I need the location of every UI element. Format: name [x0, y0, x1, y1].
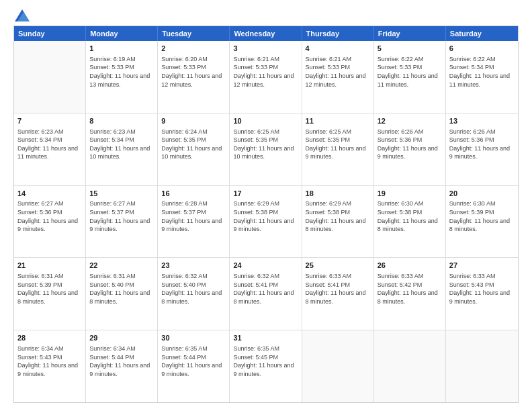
- calendar-body: 1Sunrise: 6:19 AMSunset: 5:33 PMDaylight…: [14, 41, 518, 402]
- day-number: 16: [161, 189, 226, 199]
- day-cell-23: 23Sunrise: 6:32 AMSunset: 5:40 PMDayligh…: [158, 258, 230, 330]
- header-day-sunday: Sunday: [14, 26, 86, 41]
- day-number: 15: [89, 189, 154, 199]
- day-info: Sunrise: 6:30 AMSunset: 5:38 PMDaylight:…: [378, 199, 442, 233]
- day-number: 18: [306, 189, 370, 199]
- day-cell-3: 3Sunrise: 6:21 AMSunset: 5:33 PMDaylight…: [230, 41, 302, 113]
- header: [13, 11, 519, 19]
- day-cell-14: 14Sunrise: 6:27 AMSunset: 5:36 PMDayligh…: [14, 186, 86, 258]
- day-info: Sunrise: 6:32 AMSunset: 5:40 PMDaylight:…: [161, 272, 226, 306]
- day-info: Sunrise: 6:19 AMSunset: 5:33 PMDaylight:…: [89, 55, 154, 89]
- day-number: 28: [17, 333, 82, 343]
- day-info: Sunrise: 6:30 AMSunset: 5:39 PMDaylight:…: [449, 199, 515, 233]
- day-info: Sunrise: 6:31 AMSunset: 5:40 PMDaylight:…: [89, 272, 154, 306]
- day-number: 17: [233, 189, 298, 199]
- header-day-thursday: Thursday: [302, 26, 374, 41]
- day-cell-28: 28Sunrise: 6:34 AMSunset: 5:43 PMDayligh…: [14, 330, 86, 402]
- day-number: 19: [378, 189, 442, 199]
- day-number: 24: [233, 261, 298, 271]
- day-info: Sunrise: 6:21 AMSunset: 5:33 PMDaylight:…: [306, 55, 370, 89]
- day-cell-19: 19Sunrise: 6:30 AMSunset: 5:38 PMDayligh…: [374, 186, 446, 258]
- day-info: Sunrise: 6:29 AMSunset: 5:38 PMDaylight:…: [233, 199, 298, 233]
- empty-cell: [446, 330, 518, 402]
- day-info: Sunrise: 6:29 AMSunset: 5:38 PMDaylight:…: [306, 199, 370, 233]
- day-cell-18: 18Sunrise: 6:29 AMSunset: 5:38 PMDayligh…: [302, 186, 374, 258]
- day-cell-27: 27Sunrise: 6:33 AMSunset: 5:43 PMDayligh…: [446, 258, 518, 330]
- day-cell-4: 4Sunrise: 6:21 AMSunset: 5:33 PMDaylight…: [302, 41, 374, 113]
- day-number: 5: [378, 44, 442, 54]
- day-info: Sunrise: 6:33 AMSunset: 5:43 PMDaylight:…: [449, 272, 515, 306]
- logo-icon: [15, 9, 30, 21]
- day-cell-7: 7Sunrise: 6:23 AMSunset: 5:34 PMDaylight…: [14, 113, 86, 185]
- day-info: Sunrise: 6:35 AMSunset: 5:45 PMDaylight:…: [233, 345, 298, 378]
- day-number: 21: [17, 261, 82, 271]
- day-cell-13: 13Sunrise: 6:26 AMSunset: 5:36 PMDayligh…: [446, 113, 518, 185]
- day-info: Sunrise: 6:20 AMSunset: 5:33 PMDaylight:…: [161, 55, 226, 89]
- day-number: 7: [17, 116, 82, 126]
- day-number: 31: [233, 333, 298, 343]
- day-number: 26: [378, 261, 442, 271]
- day-cell-20: 20Sunrise: 6:30 AMSunset: 5:39 PMDayligh…: [446, 186, 518, 258]
- header-day-friday: Friday: [374, 26, 446, 41]
- day-number: 22: [89, 261, 154, 271]
- day-cell-11: 11Sunrise: 6:25 AMSunset: 5:35 PMDayligh…: [302, 113, 374, 185]
- calendar: SundayMondayTuesdayWednesdayThursdayFrid…: [13, 26, 519, 403]
- day-info: Sunrise: 6:33 AMSunset: 5:41 PMDaylight:…: [306, 272, 370, 306]
- day-cell-17: 17Sunrise: 6:29 AMSunset: 5:38 PMDayligh…: [230, 186, 302, 258]
- day-cell-25: 25Sunrise: 6:33 AMSunset: 5:41 PMDayligh…: [302, 258, 374, 330]
- day-number: 30: [161, 333, 226, 343]
- header-day-tuesday: Tuesday: [158, 26, 230, 41]
- page: SundayMondayTuesdayWednesdayThursdayFrid…: [0, 0, 532, 411]
- day-info: Sunrise: 6:35 AMSunset: 5:44 PMDaylight:…: [161, 345, 226, 378]
- day-info: Sunrise: 6:25 AMSunset: 5:35 PMDaylight:…: [306, 128, 370, 161]
- day-info: Sunrise: 6:23 AMSunset: 5:34 PMDaylight:…: [89, 128, 154, 161]
- day-cell-15: 15Sunrise: 6:27 AMSunset: 5:37 PMDayligh…: [86, 186, 158, 258]
- day-info: Sunrise: 6:22 AMSunset: 5:34 PMDaylight:…: [449, 55, 515, 89]
- day-number: 11: [306, 116, 370, 126]
- day-info: Sunrise: 6:23 AMSunset: 5:34 PMDaylight:…: [17, 128, 82, 161]
- day-info: Sunrise: 6:24 AMSunset: 5:35 PMDaylight:…: [161, 128, 226, 161]
- day-number: 8: [89, 116, 154, 126]
- day-cell-29: 29Sunrise: 6:34 AMSunset: 5:44 PMDayligh…: [86, 330, 158, 402]
- day-cell-22: 22Sunrise: 6:31 AMSunset: 5:40 PMDayligh…: [86, 258, 158, 330]
- day-number: 4: [306, 44, 370, 54]
- day-cell-1: 1Sunrise: 6:19 AMSunset: 5:33 PMDaylight…: [86, 41, 158, 113]
- day-cell-9: 9Sunrise: 6:24 AMSunset: 5:35 PMDaylight…: [158, 113, 230, 185]
- day-cell-30: 30Sunrise: 6:35 AMSunset: 5:44 PMDayligh…: [158, 330, 230, 402]
- day-cell-6: 6Sunrise: 6:22 AMSunset: 5:34 PMDaylight…: [446, 41, 518, 113]
- day-info: Sunrise: 6:26 AMSunset: 5:36 PMDaylight:…: [378, 128, 442, 161]
- day-number: 10: [233, 116, 298, 126]
- day-info: Sunrise: 6:33 AMSunset: 5:42 PMDaylight:…: [378, 272, 442, 306]
- day-number: 20: [449, 189, 515, 199]
- empty-cell: [302, 330, 374, 402]
- header-day-saturday: Saturday: [446, 26, 518, 41]
- day-info: Sunrise: 6:28 AMSunset: 5:37 PMDaylight:…: [161, 199, 226, 233]
- week-row-1: 1Sunrise: 6:19 AMSunset: 5:33 PMDaylight…: [14, 41, 518, 113]
- day-number: 23: [161, 261, 226, 271]
- day-number: 14: [17, 189, 82, 199]
- day-number: 9: [161, 116, 226, 126]
- day-info: Sunrise: 6:25 AMSunset: 5:35 PMDaylight:…: [233, 128, 298, 161]
- empty-cell: [14, 41, 86, 113]
- day-info: Sunrise: 6:34 AMSunset: 5:43 PMDaylight:…: [17, 345, 82, 378]
- day-cell-2: 2Sunrise: 6:20 AMSunset: 5:33 PMDaylight…: [158, 41, 230, 113]
- week-row-5: 28Sunrise: 6:34 AMSunset: 5:43 PMDayligh…: [14, 330, 518, 402]
- week-row-2: 7Sunrise: 6:23 AMSunset: 5:34 PMDaylight…: [14, 113, 518, 186]
- day-number: 27: [449, 261, 515, 271]
- day-number: 2: [161, 44, 226, 54]
- day-number: 13: [449, 116, 515, 126]
- day-cell-16: 16Sunrise: 6:28 AMSunset: 5:37 PMDayligh…: [158, 186, 230, 258]
- day-info: Sunrise: 6:27 AMSunset: 5:36 PMDaylight:…: [17, 199, 82, 233]
- day-info: Sunrise: 6:22 AMSunset: 5:33 PMDaylight:…: [378, 55, 442, 89]
- day-cell-26: 26Sunrise: 6:33 AMSunset: 5:42 PMDayligh…: [374, 258, 446, 330]
- week-row-3: 14Sunrise: 6:27 AMSunset: 5:36 PMDayligh…: [14, 186, 518, 259]
- day-number: 12: [378, 116, 442, 126]
- day-number: 25: [306, 261, 370, 271]
- calendar-header: SundayMondayTuesdayWednesdayThursdayFrid…: [14, 26, 518, 41]
- day-info: Sunrise: 6:34 AMSunset: 5:44 PMDaylight:…: [89, 345, 154, 378]
- week-row-4: 21Sunrise: 6:31 AMSunset: 5:39 PMDayligh…: [14, 258, 518, 330]
- empty-cell: [374, 330, 446, 402]
- day-info: Sunrise: 6:27 AMSunset: 5:37 PMDaylight:…: [89, 199, 154, 233]
- day-cell-8: 8Sunrise: 6:23 AMSunset: 5:34 PMDaylight…: [86, 113, 158, 185]
- day-cell-24: 24Sunrise: 6:32 AMSunset: 5:41 PMDayligh…: [230, 258, 302, 330]
